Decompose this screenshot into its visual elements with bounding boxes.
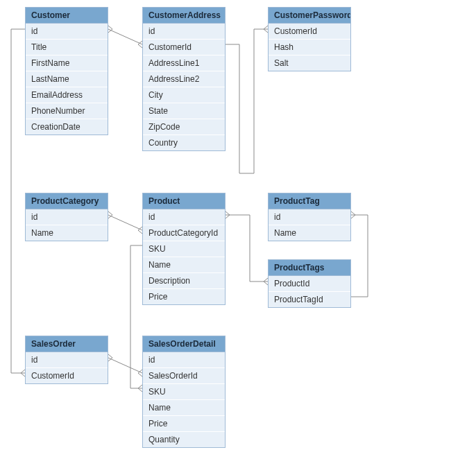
rel-category-to-product xyxy=(108,215,142,230)
entity-column: id xyxy=(143,24,225,40)
crow-product-out xyxy=(226,211,230,218)
entity-column: State xyxy=(143,103,225,119)
entity-column: Quantity xyxy=(143,432,225,447)
entity-column: SKU xyxy=(143,241,225,257)
entity-customerPassword[interactable]: CustomerPasswordCustomerIdHashSalt xyxy=(268,7,351,71)
entity-header: Product xyxy=(143,193,225,209)
entity-header: CustomerAddress xyxy=(143,8,225,24)
entity-header: Customer xyxy=(26,8,108,24)
entity-column: id xyxy=(143,352,225,368)
entity-column: CustomerId xyxy=(143,40,225,55)
entity-column: Price xyxy=(143,416,225,432)
entity-column: id xyxy=(143,209,225,225)
entity-product[interactable]: ProductidProductCategoryIdSKUNameDescrip… xyxy=(142,193,226,305)
rel-product-to-detail xyxy=(130,245,142,388)
entity-productCategory[interactable]: ProductCategoryidName xyxy=(25,193,108,241)
rel-customer-to-address xyxy=(108,29,142,44)
entity-header: SalesOrder xyxy=(26,336,108,352)
entity-column: CustomerId xyxy=(26,368,108,383)
entity-productTag[interactable]: ProductTagidName xyxy=(268,193,351,241)
entity-column: id xyxy=(26,209,108,225)
entity-column: ZipCode xyxy=(143,119,225,135)
rel-customer-to-salesorder xyxy=(11,29,25,373)
entity-column: CreationDate xyxy=(26,119,108,135)
entity-column: Country xyxy=(143,135,225,150)
entity-header: SalesOrderDetail xyxy=(143,336,225,352)
entity-column: City xyxy=(143,87,225,103)
entity-column: id xyxy=(26,352,108,368)
entity-column: EmailAddress xyxy=(26,87,108,103)
entity-column: AddressLine2 xyxy=(143,71,225,87)
entity-column: FirstName xyxy=(26,55,108,71)
entity-column: ProductTagId xyxy=(269,292,350,307)
entity-column: SKU xyxy=(143,384,225,400)
entity-column: Name xyxy=(143,400,225,416)
entity-column: id xyxy=(26,24,108,40)
entity-column: Description xyxy=(143,273,225,289)
rel-tag-to-producttags xyxy=(351,215,368,297)
entity-column: Salt xyxy=(269,55,350,71)
rel-address-to-password xyxy=(226,29,268,173)
entity-column: CustomerId xyxy=(269,24,350,40)
entity-header: ProductTag xyxy=(269,193,350,209)
entity-column: id xyxy=(269,209,350,225)
entity-header: ProductCategory xyxy=(26,193,108,209)
entity-header: CustomerPassword xyxy=(269,8,350,24)
crow-order xyxy=(108,354,112,361)
entity-header: ProductTags xyxy=(269,260,350,276)
entity-column: AddressLine1 xyxy=(143,55,225,71)
entity-column: ProductCategoryId xyxy=(143,225,225,241)
entity-column: LastName xyxy=(26,71,108,87)
entity-column: Price xyxy=(143,289,225,304)
rel-order-to-detail xyxy=(108,358,142,373)
entity-column: SalesOrderId xyxy=(143,368,225,384)
entity-salesOrder[interactable]: SalesOrderidCustomerId xyxy=(25,336,108,384)
entity-salesOrderDetail[interactable]: SalesOrderDetailidSalesOrderIdSKUNamePri… xyxy=(142,336,226,448)
entity-column: Hash xyxy=(269,40,350,55)
entity-productTags[interactable]: ProductTagsProductIdProductTagId xyxy=(268,259,351,308)
crow-category xyxy=(108,211,112,218)
rel-product-to-producttags xyxy=(226,215,268,282)
entity-column: Title xyxy=(26,40,108,55)
entity-customerAddress[interactable]: CustomerAddressidCustomerIdAddressLine1A… xyxy=(142,7,226,151)
crow-tag xyxy=(351,211,355,218)
entity-column: Name xyxy=(269,225,350,241)
entity-column: Name xyxy=(26,225,108,241)
entity-column: ProductId xyxy=(269,276,350,292)
entity-column: Name xyxy=(143,257,225,273)
entity-customer[interactable]: CustomeridTitleFirstNameLastNameEmailAdd… xyxy=(25,7,108,135)
entity-column: PhoneNumber xyxy=(26,103,108,119)
